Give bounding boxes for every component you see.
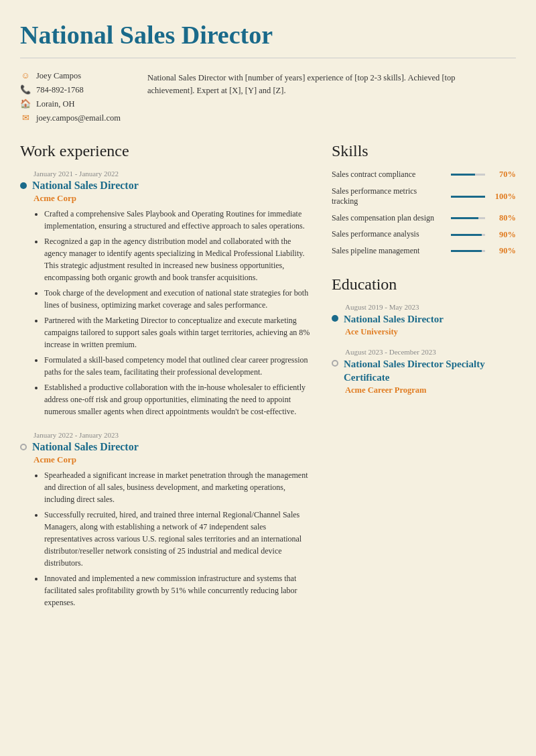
skill-bar-container-4 xyxy=(451,250,485,252)
skill-item-3: Sales performance analysis 90% xyxy=(332,229,516,240)
bullet-job1-1: Recognized a gap in the agency distribut… xyxy=(44,235,312,284)
skill-item-1: Sales performance metrics tracking 100% xyxy=(332,186,516,207)
bullet-filled-job1 xyxy=(20,182,27,189)
skill-bar-fill-3 xyxy=(451,234,482,236)
skill-bar-fill-2 xyxy=(451,217,478,219)
exp-job-title-job1: National Sales Director xyxy=(32,180,139,192)
left-column: Work experience January 2021 - January 2… xyxy=(20,142,312,622)
skills-section: Skills Sales contract compliance 70% Sal… xyxy=(332,142,516,257)
exp-title-row-job1: National Sales Director xyxy=(20,180,312,192)
skill-item-2: Sales compensation plan design 80% xyxy=(332,213,516,224)
work-experience-title: Work experience xyxy=(20,142,312,160)
contact-email: joey.campos@email.com xyxy=(36,113,121,123)
skill-name-3: Sales performance analysis xyxy=(332,229,444,240)
experience-item-job2: January 2022 - January 2023 National Sal… xyxy=(20,431,312,609)
contact-name-item: ☺ Joey Campos xyxy=(20,70,127,81)
edu-date-1: August 2023 - December 2023 xyxy=(345,348,516,356)
edu-institution-0: Ace University xyxy=(345,327,516,337)
edu-job-title-1: National Sales Director Specialty Certif… xyxy=(344,358,516,384)
skill-name-2: Sales compensation plan design xyxy=(332,213,444,224)
skill-bar-container-2 xyxy=(451,217,485,219)
exp-company-job2: Acme Corp xyxy=(34,454,312,465)
edu-institution-1: Acme Career Program xyxy=(345,385,516,395)
edu-date-0: August 2019 - May 2023 xyxy=(345,303,516,311)
skill-item-4: Sales pipeline management 90% xyxy=(332,246,516,257)
summary-text: National Sales Director with [number of … xyxy=(147,70,496,123)
skill-bar-fill-4 xyxy=(451,250,482,252)
skill-pct-1: 100% xyxy=(492,192,516,202)
bullet-job2-0: Spearheaded a significant increase in ma… xyxy=(44,469,312,505)
skill-name-4: Sales pipeline management xyxy=(332,246,444,257)
skill-bar-fill-0 xyxy=(451,174,475,176)
bullet-job1-3: Partnered with the Marketing Director to… xyxy=(44,314,312,351)
exp-company-job1: Acme Corp xyxy=(34,193,312,204)
title-divider xyxy=(20,58,516,58)
skill-name-1: Sales performance metrics tracking xyxy=(332,186,444,207)
contact-phone-item: 📞 784-892-1768 xyxy=(20,84,127,95)
contact-location-item: 🏠 Lorain, OH xyxy=(20,99,127,109)
skill-name-0: Sales contract compliance xyxy=(332,170,444,180)
edu-bullet-filled-0 xyxy=(332,315,338,322)
email-icon: ✉ xyxy=(20,113,31,123)
skill-bar-container-1 xyxy=(451,196,485,198)
contact-phone: 784-892-1768 xyxy=(36,85,84,95)
bullet-job2-2: Innovated and implemented a new commissi… xyxy=(44,572,312,609)
exp-bullets-job1: Crafted a comprehensive Sales Playbook a… xyxy=(35,208,312,418)
right-column: Skills Sales contract compliance 70% Sal… xyxy=(332,142,516,622)
exp-date-job2: January 2022 - January 2023 xyxy=(34,431,312,439)
edu-title-row-1: National Sales Director Specialty Certif… xyxy=(332,358,516,384)
bullet-job2-1: Successfully recruited, hired, and train… xyxy=(44,509,312,569)
exp-title-row-job2: National Sales Director xyxy=(20,441,312,453)
exp-date-job1: January 2021 - January 2022 xyxy=(34,170,312,178)
skill-pct-4: 90% xyxy=(492,246,516,256)
contact-info: ☺ Joey Campos 📞 784-892-1768 🏠 Lorain, O… xyxy=(20,70,127,123)
edu-bullet-empty-1 xyxy=(332,360,338,367)
education-section: Education August 2019 - May 2023 Nationa… xyxy=(332,275,516,396)
main-layout: Work experience January 2021 - January 2… xyxy=(20,142,516,622)
skill-bar-container-0 xyxy=(451,174,485,176)
location-icon: 🏠 xyxy=(20,99,31,109)
exp-job-title-job2: National Sales Director xyxy=(32,441,139,453)
skill-pct-2: 80% xyxy=(492,213,516,223)
bullet-job1-0: Crafted a comprehensive Sales Playbook a… xyxy=(44,208,312,232)
experience-item-job1: January 2021 - January 2022 National Sal… xyxy=(20,170,312,418)
bullet-empty-job2 xyxy=(20,444,27,450)
skill-bar-container-3 xyxy=(451,234,485,236)
edu-job-title-0: National Sales Director xyxy=(344,313,444,326)
contact-email-item: ✉ joey.campos@email.com xyxy=(20,113,127,123)
edu-title-row-0: National Sales Director xyxy=(332,313,516,326)
contact-location: Lorain, OH xyxy=(36,99,75,109)
contact-name: Joey Campos xyxy=(36,71,81,81)
edu-item-0: August 2019 - May 2023 National Sales Di… xyxy=(332,303,516,338)
exp-bullets-job2: Spearheaded a significant increase in ma… xyxy=(35,469,312,609)
skill-bar-fill-1 xyxy=(451,196,485,198)
edu-item-1: August 2023 - December 2023 National Sal… xyxy=(332,348,516,395)
bullet-job1-5: Established a productive collaboration w… xyxy=(44,381,312,418)
skill-item-0: Sales contract compliance 70% xyxy=(332,170,516,180)
bullet-job1-2: Took charge of the development and execu… xyxy=(44,287,312,311)
skills-title: Skills xyxy=(332,142,516,160)
contact-section: ☺ Joey Campos 📞 784-892-1768 🏠 Lorain, O… xyxy=(20,70,516,123)
phone-icon: 📞 xyxy=(20,84,31,95)
skill-pct-0: 70% xyxy=(492,170,516,180)
education-title: Education xyxy=(332,275,516,294)
person-icon: ☺ xyxy=(20,70,31,81)
page-title: National Sales Director xyxy=(20,20,516,50)
bullet-job1-4: Formulated a skill-based competency mode… xyxy=(44,354,312,378)
skill-pct-3: 90% xyxy=(492,230,516,240)
